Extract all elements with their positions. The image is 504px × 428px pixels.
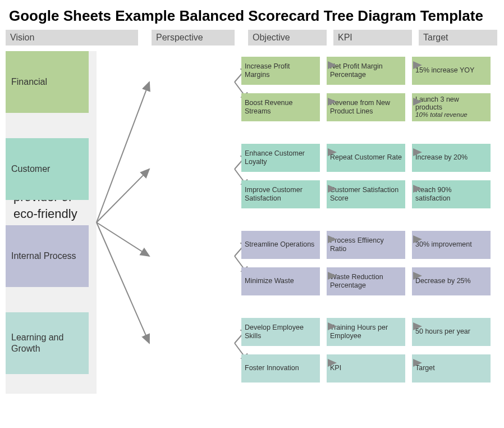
scorecard-row: Enhance Customer Loyalty Repeat Customer…	[241, 144, 491, 172]
cell-text: Training Hours per Employee	[330, 324, 402, 340]
objective-cell: Streamline Operations	[241, 231, 320, 259]
cell-subtext: 10% total revenue	[415, 111, 487, 119]
cell-text: Process Effiiency Ratio	[330, 236, 402, 253]
objective-cell: Develop Employee Skills	[241, 318, 320, 346]
kpi-cell: KPI	[327, 354, 405, 383]
objective-cell: Boost Revenue Streams	[241, 93, 320, 121]
perspective-learning-growth: Learning and Growth	[6, 312, 89, 374]
scorecard-row: Streamline Operations Process Effiiency …	[241, 231, 491, 259]
target-cell: 15% increase YOY	[412, 57, 491, 85]
kpi-cell: Revenue from New Product Lines	[327, 93, 405, 121]
cell-text: Enhance Customer Loyalty	[245, 149, 317, 166]
kpi-cell: Waste Reduction Percentage	[327, 267, 405, 295]
target-cell: Launch 3 new products 10% total revenue	[412, 93, 491, 121]
objective-cell: Minimize Waste	[241, 267, 320, 295]
target-cell: Target	[412, 354, 491, 383]
header-perspective: Perspective	[152, 30, 235, 45]
cell-text: Launch 3 new products	[415, 95, 487, 112]
cell-text: Customer Satisfaction Score	[330, 186, 402, 202]
cell-text: Revenue from New Product Lines	[330, 99, 402, 115]
target-cell: Increase by 20%	[412, 144, 491, 172]
diagram-body: To become the leading provider of eco-fr…	[0, 45, 504, 51]
cell-text: Improve Customer Satisfaction	[245, 186, 317, 202]
perspective-financial: Financial	[6, 51, 89, 113]
page-title: Google Sheets Example Balanced Scorecard…	[0, 0, 504, 30]
scorecard-row: Minimize Waste Waste Reduction Percentag…	[241, 267, 491, 295]
cell-text: Streamline Operations	[245, 240, 317, 248]
scorecard-row: Foster Innovation KPI Target	[241, 354, 491, 383]
cell-text: 50 hours per year	[415, 327, 487, 335]
scorecard-row: Improve Customer Satisfaction Customer S…	[241, 180, 491, 208]
kpi-cell: Repeat Customer Rate	[327, 144, 405, 172]
cell-text: Decrease by 25%	[415, 277, 487, 285]
kpi-cell: Training Hours per Employee	[327, 318, 405, 346]
scorecard-row: Boost Revenue Streams Revenue from New P…	[241, 93, 491, 121]
scorecard-row: Increase Profit Margins Net Profit Margi…	[241, 57, 491, 85]
perspective-label: Customer	[11, 163, 50, 174]
cell-text: Foster Innovation	[245, 364, 317, 372]
kpi-cell: Customer Satisfaction Score	[327, 180, 405, 208]
cell-text: Repeat Customer Rate	[330, 153, 402, 161]
scorecard-row: Develop Employee Skills Training Hours p…	[241, 318, 491, 346]
objective-cell: Enhance Customer Loyalty	[241, 144, 320, 172]
objective-cell: Foster Innovation	[241, 354, 320, 383]
perspective-label: Internal Process	[11, 251, 76, 261]
cell-text: 30% improvement	[415, 240, 487, 248]
header-kpi: KPI	[333, 30, 412, 45]
column-headers: Vision Perspective Objective KPI Target	[0, 30, 504, 45]
perspective-label: Financial	[11, 76, 47, 87]
cell-text: Develop Employee Skills	[245, 324, 317, 340]
cell-text: Waste Reduction Percentage	[330, 273, 402, 289]
header-target: Target	[419, 30, 497, 45]
cell-text: Target	[415, 364, 487, 372]
perspective-customer: Customer	[6, 138, 89, 200]
cell-text: Increase Profit Margins	[245, 62, 317, 79]
target-cell: 30% improvement	[412, 231, 491, 259]
cell-text: 15% increase YOY	[415, 66, 487, 74]
cell-text: Boost Revenue Streams	[245, 99, 317, 115]
perspective-internal-process: Internal Process	[6, 225, 89, 287]
objective-cell: Increase Profit Margins	[241, 57, 320, 85]
header-objective: Objective	[248, 30, 327, 45]
target-cell: 50 hours per year	[412, 318, 491, 346]
perspective-label: Learning and Growth	[11, 332, 83, 353]
cell-text: Increase by 20%	[415, 153, 487, 161]
kpi-cell: Net Profit Margin Percentage	[327, 57, 405, 85]
cell-text: Minimize Waste	[245, 277, 317, 285]
kpi-cell: Process Effiiency Ratio	[327, 231, 405, 259]
target-cell: Reach 90% satisfaction	[412, 180, 491, 208]
header-vision: Vision	[6, 30, 138, 45]
target-cell: Decrease by 25%	[412, 267, 491, 295]
objective-cell: Improve Customer Satisfaction	[241, 180, 320, 208]
cell-text: Net Profit Margin Percentage	[330, 62, 402, 79]
cell-text: Reach 90% satisfaction	[415, 186, 487, 202]
cell-text: KPI	[330, 364, 402, 372]
